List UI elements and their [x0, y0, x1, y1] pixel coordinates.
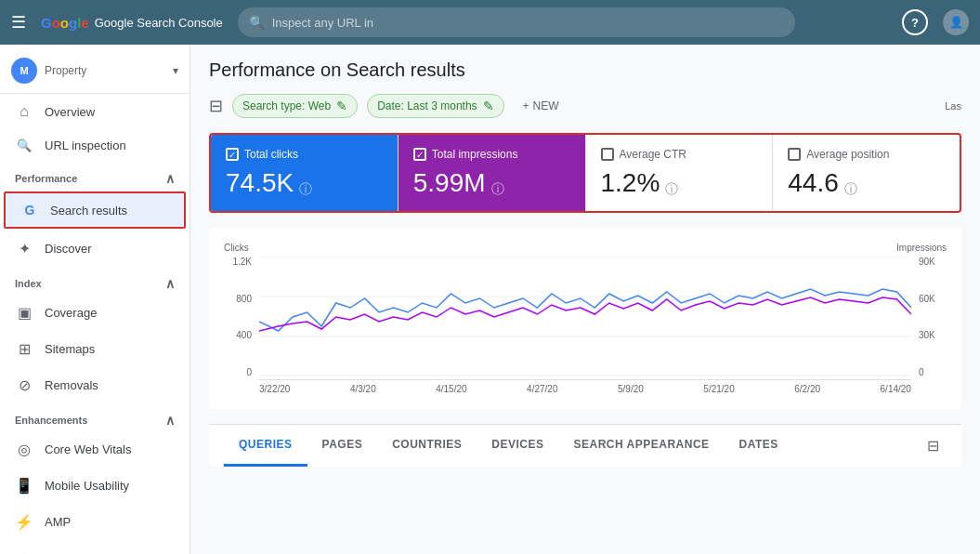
x-label: 5/21/20 [703, 384, 734, 394]
sidebar-item-amp[interactable]: ⚡ AMP [0, 504, 189, 540]
metric-total-impressions[interactable]: ✓ Total impressions 5.99M ⓘ [399, 135, 586, 211]
filter-bar: ⊟ Search type: Web ✎ Date: Last 3 months… [209, 94, 961, 118]
collapse-icon[interactable]: ∧ [165, 171, 175, 186]
tab-filter-icon[interactable]: ⊟ [920, 425, 947, 467]
profile-name: Property [45, 64, 165, 77]
metric-number: 44.6 [788, 168, 839, 198]
profile-avatar: M [11, 58, 37, 84]
help-icon[interactable]: ⓘ [491, 181, 504, 198]
google-g-icon: G [20, 203, 39, 218]
tab-label: PAGES [322, 438, 363, 451]
x-label: 6/2/20 [794, 384, 820, 394]
sidebar-item-search-results[interactable]: G Search results [4, 191, 186, 229]
checkbox-icon[interactable]: ✓ [413, 148, 426, 161]
sidebar-profile[interactable]: M Property ▾ [0, 48, 189, 94]
content-area: Performance on Search results ⊟ Search t… [190, 45, 980, 554]
logos-icon: ◇ [15, 549, 33, 554]
section-enhancements: Enhancements ∧ [0, 403, 189, 431]
sidebar-item-label: Sitemaps [45, 342, 95, 356]
section-index: Index ∧ [0, 267, 189, 295]
sidebar-item-removals[interactable]: ⊘ Removals [0, 367, 189, 403]
top-header: ☰ Google Google Search Console 🔍 ? 👤 [0, 0, 980, 45]
sidebar-item-discover[interactable]: ✦ Discover [0, 231, 189, 267]
metric-value: 74.5K ⓘ [226, 168, 383, 198]
filter-icon[interactable]: ⊟ [209, 96, 223, 116]
metric-value: 44.6 ⓘ [788, 168, 945, 198]
last-updated: Las [945, 100, 961, 112]
tab-label: COUNTRIES [392, 438, 462, 451]
section-label: Performance [15, 173, 77, 184]
help-icon[interactable]: ⓘ [665, 181, 678, 198]
metric-label: Average position [788, 148, 945, 161]
collapse-icon[interactable]: ∧ [165, 276, 175, 291]
tab-dates[interactable]: DATES [725, 425, 793, 467]
avatar-initials: M [20, 65, 28, 76]
sidebar-item-logos[interactable]: ◇ Logos [0, 540, 189, 554]
sidebar-item-coverage[interactable]: ▣ Coverage [0, 295, 189, 331]
collapse-icon[interactable]: ∧ [165, 413, 175, 428]
google-logo: Google [41, 15, 89, 31]
search-type-chip[interactable]: Search type: Web ✎ [232, 94, 358, 118]
filter-icon[interactable]: ⊟ [927, 437, 939, 455]
metric-number: 5.99M [413, 168, 486, 198]
metric-name: Total impressions [432, 148, 518, 161]
page-title: Performance on Search results [209, 59, 961, 81]
account-icon[interactable]: 👤 [943, 9, 969, 35]
hamburger-icon[interactable]: ☰ [11, 12, 26, 33]
sidebar-item-sitemaps[interactable]: ⊞ Sitemaps [0, 331, 189, 367]
plus-icon: + [523, 99, 529, 112]
logo-area: Google Google Search Console [41, 15, 223, 31]
tab-devices[interactable]: DEVICES [477, 425, 558, 467]
app-title: Google Search Console [95, 16, 223, 30]
metric-label: ✓ Total impressions [413, 148, 570, 161]
tab-search-appearance[interactable]: SEARCH APPEARANCE [559, 425, 725, 467]
sidebar-item-label: AMP [45, 515, 71, 529]
sidebar-item-label: Discover [45, 242, 92, 256]
checkbox-icon[interactable]: ✓ [226, 148, 239, 161]
date-chip[interactable]: Date: Last 3 months ✎ [367, 94, 503, 118]
checkbox-icon[interactable] [601, 148, 614, 161]
header-icons: ? 👤 [902, 9, 969, 35]
tab-pages[interactable]: PAGES [307, 425, 378, 467]
tab-queries[interactable]: QUERIES [224, 425, 307, 467]
y-axis-right-value: 60K [919, 294, 947, 304]
help-icon[interactable]: ? [902, 9, 928, 35]
y-axis-right-value: 90K [919, 257, 947, 267]
checkbox-icon[interactable] [788, 148, 801, 161]
x-label: 4/27/20 [527, 384, 557, 394]
new-label: NEW [533, 99, 559, 112]
y-axis-value: 400 [224, 330, 252, 340]
tab-label: DEVICES [491, 438, 543, 451]
help-icon[interactable]: ⓘ [844, 181, 857, 198]
x-label: 3/22/20 [259, 384, 290, 394]
section-performance: Performance ∧ [0, 162, 189, 190]
chevron-down-icon: ▾ [173, 64, 178, 77]
section-label: Enhancements [15, 415, 87, 426]
sidebar-item-url-inspection[interactable]: 🔍 URL inspection [0, 129, 189, 162]
chip-label: Search type: Web [242, 99, 331, 112]
y-axis-value: 0 [224, 367, 252, 377]
edit-icon[interactable]: ✎ [336, 99, 347, 113]
sidebar-item-label: Search results [50, 204, 127, 218]
sidebar: M Property ▾ ⌂ Overview 🔍 URL inspection… [0, 45, 190, 554]
tab-label: QUERIES [239, 438, 293, 451]
search-input[interactable] [272, 16, 784, 30]
sidebar-item-label: Mobile Usability [45, 479, 129, 493]
metric-average-ctr[interactable]: Average CTR 1.2% ⓘ [586, 135, 774, 211]
metric-total-clicks[interactable]: ✓ Total clicks 74.5K ⓘ [211, 135, 399, 211]
new-button[interactable]: + NEW [514, 96, 568, 116]
tabs-row: QUERIES PAGES COUNTRIES DEVICES SEARCH A… [209, 424, 961, 467]
edit-icon[interactable]: ✎ [483, 99, 494, 113]
discover-icon: ✦ [15, 240, 33, 257]
sidebar-item-mobile-usability[interactable]: 📱 Mobile Usability [0, 468, 189, 504]
help-icon[interactable]: ⓘ [299, 181, 312, 198]
sidebar-item-overview[interactable]: ⌂ Overview [0, 94, 189, 129]
sidebar-item-core-web-vitals[interactable]: ◎ Core Web Vitals [0, 431, 189, 468]
metric-average-position[interactable]: Average position 44.6 ⓘ [773, 135, 960, 211]
tab-countries[interactable]: COUNTRIES [377, 425, 477, 467]
right-axis-label: Impressions [896, 243, 947, 253]
metric-value: 1.2% ⓘ [601, 168, 758, 198]
sidebar-item-label: Overview [45, 105, 95, 119]
search-bar[interactable]: 🔍 [238, 7, 795, 37]
sidebar-item-label: Core Web Vitals [45, 442, 131, 456]
